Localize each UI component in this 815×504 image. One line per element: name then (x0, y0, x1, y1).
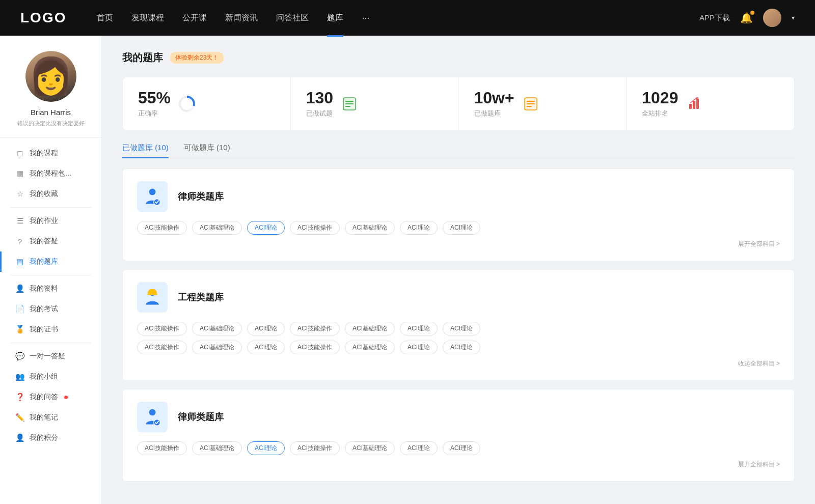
bank-card-lawyer-2: 律师类题库 ACI技能操作 ACI基础理论 ACI理论 ACI技能操作 ACI基… (122, 389, 795, 482)
main-content: 我的题库 体验剩余23天！ 55% 正确率 (102, 36, 815, 504)
sidebar-item-points[interactable]: 👤 我的积分 (0, 428, 101, 448)
sidebar-item-questions[interactable]: ❓ 我的问答 (0, 387, 101, 407)
nav-link-discover[interactable]: 发现课程 (131, 13, 164, 23)
sidebar-label-questions: 我的问答 (30, 393, 58, 402)
nav-link-news[interactable]: 新闻资讯 (225, 13, 258, 23)
stat-done-text: 130 已做试题 (306, 90, 333, 118)
stat-banks-label: 已做题库 (474, 109, 514, 118)
tag-eng-theory-6[interactable]: ACI理论 (443, 341, 480, 354)
exam-icon: 📄 (15, 304, 24, 314)
one-on-one-icon: 💬 (15, 352, 24, 361)
tag-aci-theory-3[interactable]: ACI理论 (443, 221, 480, 235)
sidebar-item-homework[interactable]: ☰ 我的作业 (0, 211, 101, 231)
tag-aci-skill-1[interactable]: ACI技能操作 (137, 221, 187, 235)
nav-bell[interactable]: 🔔 (740, 12, 753, 24)
sidebar-item-cert[interactable]: 🏅 我的证书 (0, 319, 101, 340)
tag-aci-theory-2[interactable]: ACI理论 (400, 221, 438, 235)
sidebar-menu: ◻ 我的课程 ▦ 我的课程包... ☆ 我的收藏 ☰ 我的作业 ? 我的答疑 ▤ (0, 143, 101, 448)
tab-available[interactable]: 可做题库 (10) (184, 143, 230, 158)
questions-notification-dot (64, 396, 68, 399)
tag-eng-theory-3[interactable]: ACI理论 (443, 322, 480, 335)
lawyer-icon-2 (137, 402, 168, 432)
tag-law2-theory-active[interactable]: ACI理论 (247, 441, 285, 455)
stat-rank-label: 全站排名 (642, 109, 678, 118)
sidebar-label-answer: 我的答疑 (30, 237, 58, 246)
tag-law2-basic-2[interactable]: ACI基础理论 (345, 441, 395, 455)
done-banks-icon (522, 95, 540, 113)
tag-aci-basic-1[interactable]: ACI基础理论 (192, 221, 242, 235)
points-icon: 👤 (15, 433, 24, 442)
stat-banks-value: 10w+ (474, 90, 514, 106)
bank-card-lawyer-2-header: 律师类题库 (137, 402, 780, 432)
nav-bell-dot (750, 11, 754, 15)
cert-icon: 🏅 (15, 325, 24, 334)
sidebar-item-course-package[interactable]: ▦ 我的课程包... (0, 163, 101, 184)
done-questions-icon (340, 95, 359, 113)
sidebar-item-exam[interactable]: 📄 我的考试 (0, 299, 101, 319)
lawyer-icon-1 (137, 181, 168, 212)
nav-logo: LOGO (20, 10, 66, 26)
tag-eng-theory-2[interactable]: ACI理论 (400, 322, 438, 335)
sidebar-item-answer[interactable]: ? 我的答疑 (0, 231, 101, 251)
sidebar-item-1on1[interactable]: 💬 一对一答疑 (0, 346, 101, 367)
profile-avatar (25, 51, 76, 102)
tag-law2-theory-3[interactable]: ACI理论 (443, 441, 480, 455)
nav-link-bank[interactable]: 题库 (327, 13, 343, 23)
bank-footer-engineer: 收起全部科目 > (137, 359, 780, 368)
tag-eng-basic-3[interactable]: ACI基础理论 (192, 341, 242, 354)
sidebar-label-cert: 我的证书 (30, 325, 58, 334)
nav-more[interactable]: ··· (362, 13, 369, 23)
profile-name: Brian Harris (31, 108, 71, 117)
tag-eng-theory-1[interactable]: ACI理论 (247, 322, 285, 335)
stat-accuracy-value: 55% (138, 90, 171, 106)
nav-link-qa[interactable]: 问答社区 (276, 13, 309, 23)
tag-eng-theory-4[interactable]: ACI理论 (247, 341, 285, 354)
nav-link-open[interactable]: 公开课 (182, 13, 207, 23)
tag-eng-basic-4[interactable]: ACI基础理论 (345, 341, 395, 354)
sidebar-item-favorites[interactable]: ☆ 我的收藏 (0, 184, 101, 204)
sidebar-item-courses[interactable]: ◻ 我的课程 (0, 143, 101, 163)
sidebar-item-notes[interactable]: ✏️ 我的笔记 (0, 407, 101, 428)
tag-law2-skill-2[interactable]: ACI技能操作 (290, 441, 340, 455)
tag-eng-skill-4[interactable]: ACI技能操作 (290, 341, 340, 354)
bank-title-engineer: 工程类题库 (178, 291, 224, 303)
stats-row: 55% 正确率 130 已做试题 (122, 77, 795, 131)
nav-app-download[interactable]: APP下载 (699, 13, 730, 23)
tag-law2-basic-1[interactable]: ACI基础理论 (192, 441, 242, 455)
sidebar-divider-3 (10, 343, 91, 343)
sidebar-item-bank[interactable]: ▤ 我的题库 (0, 251, 101, 272)
sidebar-item-group[interactable]: 👥 我的小组 (0, 367, 101, 387)
sidebar-label-homework: 我的作业 (30, 216, 58, 226)
tag-eng-basic-1[interactable]: ACI基础理论 (192, 322, 242, 335)
tag-eng-skill-2[interactable]: ACI技能操作 (290, 322, 340, 335)
nav-avatar[interactable] (763, 9, 781, 27)
collapse-btn-engineer[interactable]: 收起全部科目 > (738, 359, 780, 368)
sidebar-label-profile: 我的资料 (30, 284, 58, 293)
stat-banks-text: 10w+ 已做题库 (474, 90, 514, 118)
tag-eng-skill-3[interactable]: ACI技能操作 (137, 341, 187, 354)
sidebar-label-notes: 我的笔记 (30, 413, 58, 422)
tag-aci-theory-1-active[interactable]: ACI理论 (247, 221, 285, 235)
profile-section: Brian Harris 错误的决定比没有决定要好 (0, 51, 101, 138)
trial-badge: 体验剩余23天！ (170, 52, 224, 64)
bank-title-lawyer-1: 律师类题库 (178, 190, 224, 203)
bank-card-engineer-header: 工程类题库 (137, 282, 780, 313)
tag-law2-skill-1[interactable]: ACI技能操作 (137, 441, 187, 455)
sidebar-item-profile[interactable]: 👤 我的资料 (0, 278, 101, 299)
expand-btn-lawyer-1[interactable]: 展开全部科目 > (738, 240, 780, 248)
bank-tags-engineer-row2: ACI技能操作 ACI基础理论 ACI理论 ACI技能操作 ACI基础理论 AC… (137, 341, 780, 354)
expand-btn-lawyer-2[interactable]: 展开全部科目 > (738, 460, 780, 469)
page-header: 我的题库 体验剩余23天！ (122, 51, 795, 65)
tag-eng-theory-5[interactable]: ACI理论 (400, 341, 438, 354)
nav-link-home[interactable]: 首页 (97, 13, 113, 23)
tag-aci-basic-2[interactable]: ACI基础理论 (345, 221, 395, 235)
tag-aci-skill-2[interactable]: ACI技能操作 (290, 221, 340, 235)
sidebar-label-course-package: 我的课程包... (30, 169, 71, 178)
tag-eng-basic-2[interactable]: ACI基础理论 (345, 322, 395, 335)
bank-tags-lawyer-2: ACI技能操作 ACI基础理论 ACI理论 ACI技能操作 ACI基础理论 AC… (137, 441, 780, 455)
nav-dropdown-arrow[interactable]: ▾ (792, 14, 795, 21)
tab-done[interactable]: 已做题库 (10) (122, 143, 169, 158)
tag-eng-skill-1[interactable]: ACI技能操作 (137, 322, 187, 335)
stat-rank-text: 1029 全站排名 (642, 90, 678, 118)
tag-law2-theory-2[interactable]: ACI理论 (400, 441, 438, 455)
